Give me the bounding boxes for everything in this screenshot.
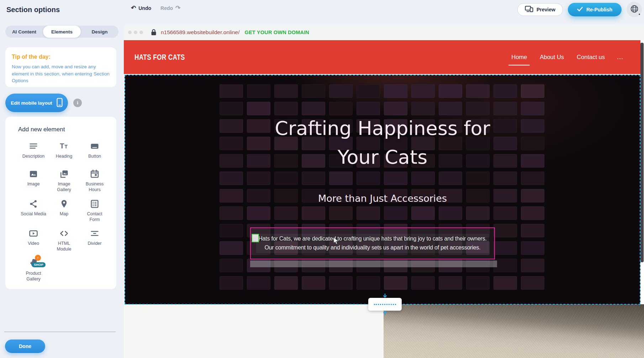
tab-design[interactable]: Design: [81, 26, 118, 38]
edit-mobile-layout-button[interactable]: Edit mobile layout: [5, 94, 68, 112]
undo-icon: ↶: [131, 5, 136, 11]
product-gallery-icon: SHOP↑: [28, 258, 39, 269]
preview-label: Preview: [537, 7, 555, 12]
hero-paragraph[interactable]: Hats for Cats, we are dedicated to craft…: [256, 234, 489, 253]
globe-badge-dot: [638, 13, 641, 16]
info-icon[interactable]: i: [73, 99, 82, 107]
redo-icon: ↷: [175, 5, 180, 11]
element-item-contact-form[interactable]: Contact Form: [79, 199, 110, 223]
preview-scrollbar-thumb[interactable]: [640, 43, 644, 262]
element-item-button[interactable]: Button: [79, 141, 110, 163]
element-item-label: Contact Form: [82, 211, 107, 223]
edit-mobile-layout-label: Edit mobile layout: [11, 100, 52, 106]
element-item-label: Social Media: [21, 211, 46, 217]
sidebar-divider: [4, 332, 116, 332]
paragraph-selection-box[interactable]: Hats for Cats, we are dedicated to craft…: [250, 227, 495, 259]
top-bar: Section options ↶ Undo Redo ↷ Preview Re…: [0, 0, 644, 20]
hero-subheading[interactable]: More than Just Accessories: [125, 193, 640, 204]
site-preview-window: n1566589.websitebuilder.online/ GET YOUR…: [124, 24, 644, 358]
element-item-label: Image: [27, 181, 40, 187]
site-logo[interactable]: HATS FOR CATS: [134, 53, 185, 62]
element-item-label: Button: [88, 153, 101, 159]
element-item-description[interactable]: Description: [18, 141, 49, 163]
nav-item-home[interactable]: Home: [511, 52, 528, 62]
url-text[interactable]: n1566589.websitebuilder.online/: [161, 29, 239, 36]
preview-button[interactable]: Preview: [517, 3, 563, 16]
language-globe-button[interactable]: [627, 2, 642, 17]
divider-icon: [89, 228, 100, 239]
tip-body: Now you can add, move and resize any ele…: [12, 63, 110, 84]
window-dots-icon: [128, 31, 143, 34]
element-item-divider[interactable]: Divider: [79, 228, 110, 252]
element-item-video[interactable]: Video: [18, 228, 49, 252]
heading-icon: TT: [59, 141, 69, 152]
element-item-business-hours[interactable]: Business Hours: [79, 169, 110, 193]
element-item-image-gallery[interactable]: Image Gallery: [49, 169, 79, 193]
element-item-label: Image Gallery: [51, 181, 77, 193]
phone-icon: [57, 98, 63, 108]
sidebar-tabs: AI Content Elements Design: [5, 26, 118, 38]
upgrade-arrow-icon: ↑: [35, 255, 41, 261]
element-item-heading[interactable]: TTHeading: [49, 141, 79, 163]
element-item-label: Heading: [56, 153, 73, 159]
tip-of-the-day-card: Tip of the day: Now you can add, move an…: [5, 47, 116, 87]
svg-text:T: T: [60, 142, 64, 150]
element-item-map[interactable]: Map: [49, 199, 79, 223]
section-options-sidebar: AI Content Elements Design Tip of the da…: [0, 20, 124, 358]
undo-label: Undo: [138, 5, 151, 11]
element-hover-strip: [250, 260, 497, 267]
social-media-icon: [28, 199, 39, 209]
republish-label: Re-Publish: [586, 7, 612, 12]
tab-ai-content[interactable]: AI Content: [5, 26, 43, 38]
nav-item-contact-us[interactable]: Contact us: [576, 52, 606, 62]
add-element-card: Add new element DescriptionTTHeadingButt…: [5, 117, 116, 289]
element-item-social-media[interactable]: Social Media: [18, 199, 49, 223]
element-item-label: Map: [60, 211, 68, 217]
done-button[interactable]: Done: [5, 339, 45, 353]
section-resize-handle[interactable]: [368, 298, 402, 311]
image-icon: [28, 169, 39, 179]
add-element-title: Add new element: [18, 126, 116, 133]
element-item-label: Divider: [88, 241, 102, 246]
video-icon: [28, 228, 39, 239]
page-title: Section options: [6, 6, 60, 14]
globe-icon: [630, 4, 639, 15]
element-item-image[interactable]: Image: [18, 169, 49, 193]
arrow-up-icon: [382, 310, 387, 315]
hero-paragraph-line-1: Hats for Cats, we are dedicated to craft…: [258, 235, 487, 243]
hero-heading-line-1: Crafting Happiness for: [125, 114, 640, 143]
image-gallery-icon: [59, 169, 69, 179]
business-hours-icon: [89, 169, 100, 179]
element-item-label: Business Hours: [82, 181, 107, 193]
nav-more-icon[interactable]: ...: [617, 53, 623, 61]
arrow-down-icon: [382, 294, 387, 299]
get-your-own-domain-link[interactable]: GET YOUR OWN DOMAIN: [244, 30, 309, 35]
site-nav: Home About Us Contact us ...: [511, 52, 623, 62]
map-icon: [59, 199, 69, 209]
lock-icon: [151, 29, 157, 36]
republish-button[interactable]: Re-Publish: [568, 3, 622, 16]
undo-button[interactable]: ↶ Undo: [131, 5, 151, 11]
check-icon: [577, 7, 583, 12]
nav-item-about-us[interactable]: About Us: [539, 52, 565, 62]
browser-url-bar: n1566589.websitebuilder.online/ GET YOUR…: [124, 24, 644, 40]
element-item-product-gallery[interactable]: SHOP↑Product Gallery: [18, 258, 49, 282]
element-item-html-module[interactable]: HTML Module: [49, 228, 79, 252]
hero-heading[interactable]: Crafting Happiness for Your Cats: [125, 114, 640, 172]
dotted-resize-line: [374, 304, 396, 305]
next-section-pavement-image: [384, 304, 644, 358]
tab-elements[interactable]: Elements: [43, 26, 81, 38]
redo-button[interactable]: Redo ↷: [160, 5, 180, 11]
selection-drag-handle[interactable]: [252, 234, 259, 242]
devices-icon: [525, 6, 533, 13]
element-item-label: HTML Module: [51, 241, 77, 252]
contact-form-icon: [89, 199, 100, 209]
element-item-label: Video: [28, 241, 39, 246]
add-element-grid: DescriptionTTHeadingButtonImageImage Gal…: [18, 141, 116, 282]
html-module-icon: [59, 228, 69, 239]
shop-badge: SHOP: [32, 262, 46, 267]
hero-section-selected[interactable]: Crafting Happiness for Your Cats More th…: [125, 75, 640, 304]
redo-label: Redo: [160, 5, 173, 11]
site-header: HATS FOR CATS Home About Us Contact us .…: [124, 40, 640, 74]
button-icon: [89, 141, 100, 152]
